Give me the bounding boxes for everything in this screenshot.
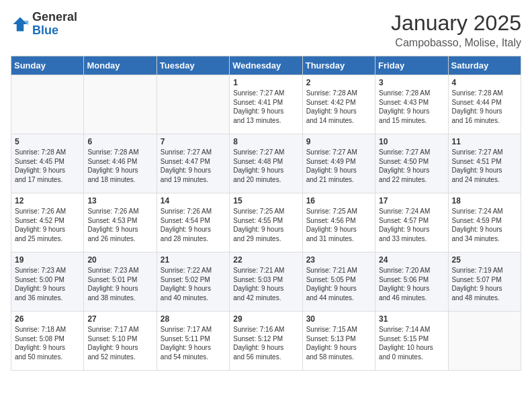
day-number: 2 xyxy=(306,78,371,87)
day-info: Sunrise: 7:27 AM Sunset: 4:49 PM Dayligh… xyxy=(306,148,371,184)
calendar-cell: 14Sunrise: 7:26 AM Sunset: 4:54 PM Dayli… xyxy=(157,193,229,253)
day-number: 11 xyxy=(452,137,517,146)
day-number: 4 xyxy=(452,78,517,87)
header: General Blue January 2025 Campobasso, Mo… xyxy=(11,11,521,49)
calendar-cell: 31Sunrise: 7:14 AM Sunset: 5:15 PM Dayli… xyxy=(375,312,448,371)
day-info: Sunrise: 7:21 AM Sunset: 5:05 PM Dayligh… xyxy=(306,266,371,302)
day-info: Sunrise: 7:21 AM Sunset: 5:03 PM Dayligh… xyxy=(233,266,298,302)
day-number: 30 xyxy=(306,314,371,324)
day-number: 7 xyxy=(161,137,226,146)
day-info: Sunrise: 7:16 AM Sunset: 5:12 PM Dayligh… xyxy=(233,325,298,361)
day-number: 20 xyxy=(87,255,152,265)
day-info: Sunrise: 7:14 AM Sunset: 5:15 PM Dayligh… xyxy=(379,325,444,361)
day-number: 29 xyxy=(233,314,298,324)
day-number: 8 xyxy=(233,137,298,146)
day-info: Sunrise: 7:28 AM Sunset: 4:45 PM Dayligh… xyxy=(15,148,80,184)
calendar-cell: 11Sunrise: 7:27 AM Sunset: 4:51 PM Dayli… xyxy=(448,134,521,193)
weekday-header-sunday: Sunday xyxy=(11,56,84,75)
day-number: 10 xyxy=(379,137,444,146)
calendar-cell: 22Sunrise: 7:21 AM Sunset: 5:03 PM Dayli… xyxy=(230,253,302,312)
day-info: Sunrise: 7:26 AM Sunset: 4:53 PM Dayligh… xyxy=(87,207,152,243)
calendar-cell: 27Sunrise: 7:17 AM Sunset: 5:10 PM Dayli… xyxy=(84,312,157,371)
calendar-cell: 29Sunrise: 7:16 AM Sunset: 5:12 PM Dayli… xyxy=(230,312,302,371)
logo: General Blue xyxy=(11,11,77,38)
calendar-cell: 1Sunrise: 7:27 AM Sunset: 4:41 PM Daylig… xyxy=(230,75,302,134)
calendar-cell: 3Sunrise: 7:28 AM Sunset: 4:43 PM Daylig… xyxy=(375,75,448,134)
calendar-cell: 6Sunrise: 7:28 AM Sunset: 4:46 PM Daylig… xyxy=(84,134,157,193)
calendar-cell: 20Sunrise: 7:23 AM Sunset: 5:01 PM Dayli… xyxy=(84,253,157,312)
day-info: Sunrise: 7:23 AM Sunset: 5:01 PM Dayligh… xyxy=(87,266,152,302)
day-info: Sunrise: 7:28 AM Sunset: 4:42 PM Dayligh… xyxy=(306,89,371,125)
calendar-cell: 8Sunrise: 7:27 AM Sunset: 4:48 PM Daylig… xyxy=(230,134,302,193)
logo-blue-text: Blue xyxy=(32,24,58,37)
day-number: 26 xyxy=(15,314,80,324)
day-info: Sunrise: 7:27 AM Sunset: 4:51 PM Dayligh… xyxy=(452,148,517,184)
day-number: 14 xyxy=(161,196,226,205)
day-number: 9 xyxy=(306,137,371,146)
weekday-header-tuesday: Tuesday xyxy=(157,56,229,75)
calendar-cell xyxy=(157,75,229,134)
day-info: Sunrise: 7:27 AM Sunset: 4:41 PM Dayligh… xyxy=(233,89,298,125)
calendar-cell xyxy=(11,75,84,134)
weekday-header-friday: Friday xyxy=(375,56,448,75)
day-info: Sunrise: 7:28 AM Sunset: 4:43 PM Dayligh… xyxy=(379,89,444,125)
calendar-cell: 5Sunrise: 7:28 AM Sunset: 4:45 PM Daylig… xyxy=(11,134,84,193)
calendar-cell: 16Sunrise: 7:25 AM Sunset: 4:56 PM Dayli… xyxy=(302,193,375,253)
week-row-1: 1Sunrise: 7:27 AM Sunset: 4:41 PM Daylig… xyxy=(11,75,521,134)
day-info: Sunrise: 7:26 AM Sunset: 4:54 PM Dayligh… xyxy=(161,207,226,243)
day-info: Sunrise: 7:24 AM Sunset: 4:57 PM Dayligh… xyxy=(379,207,444,243)
day-number: 25 xyxy=(452,255,517,265)
weekday-header-thursday: Thursday xyxy=(302,56,375,75)
day-info: Sunrise: 7:17 AM Sunset: 5:11 PM Dayligh… xyxy=(161,325,226,361)
day-number: 18 xyxy=(452,196,517,205)
day-number: 27 xyxy=(87,314,152,324)
day-info: Sunrise: 7:27 AM Sunset: 4:50 PM Dayligh… xyxy=(379,148,444,184)
calendar-cell: 25Sunrise: 7:19 AM Sunset: 5:07 PM Dayli… xyxy=(448,253,521,312)
calendar-cell: 30Sunrise: 7:15 AM Sunset: 5:13 PM Dayli… xyxy=(302,312,375,371)
day-number: 28 xyxy=(161,314,226,324)
weekday-header-monday: Monday xyxy=(84,56,157,75)
day-info: Sunrise: 7:18 AM Sunset: 5:08 PM Dayligh… xyxy=(15,325,80,361)
calendar-cell: 2Sunrise: 7:28 AM Sunset: 4:42 PM Daylig… xyxy=(302,75,375,134)
calendar-cell: 12Sunrise: 7:26 AM Sunset: 4:52 PM Dayli… xyxy=(11,193,84,253)
logo-text: General Blue xyxy=(32,11,77,38)
calendar-cell: 10Sunrise: 7:27 AM Sunset: 4:50 PM Dayli… xyxy=(375,134,448,193)
day-info: Sunrise: 7:25 AM Sunset: 4:55 PM Dayligh… xyxy=(233,207,298,243)
calendar-cell: 24Sunrise: 7:20 AM Sunset: 5:06 PM Dayli… xyxy=(375,253,448,312)
day-info: Sunrise: 7:26 AM Sunset: 4:52 PM Dayligh… xyxy=(15,207,80,243)
svg-marker-0 xyxy=(13,17,28,31)
day-info: Sunrise: 7:22 AM Sunset: 5:02 PM Dayligh… xyxy=(161,266,226,302)
day-number: 12 xyxy=(15,196,80,205)
calendar-subtitle: Campobasso, Molise, Italy xyxy=(391,37,521,49)
calendar-cell: 19Sunrise: 7:23 AM Sunset: 5:00 PM Dayli… xyxy=(11,253,84,312)
day-number: 6 xyxy=(87,137,152,146)
week-row-5: 26Sunrise: 7:18 AM Sunset: 5:08 PM Dayli… xyxy=(11,312,521,371)
calendar-title: January 2025 xyxy=(391,11,521,36)
day-info: Sunrise: 7:25 AM Sunset: 4:56 PM Dayligh… xyxy=(306,207,371,243)
day-info: Sunrise: 7:24 AM Sunset: 4:59 PM Dayligh… xyxy=(452,207,517,243)
calendar-cell: 28Sunrise: 7:17 AM Sunset: 5:11 PM Dayli… xyxy=(157,312,229,371)
calendar-cell xyxy=(84,75,157,134)
day-number: 23 xyxy=(306,255,371,265)
calendar-cell: 26Sunrise: 7:18 AM Sunset: 5:08 PM Dayli… xyxy=(11,312,84,371)
day-number: 16 xyxy=(306,196,371,205)
calendar-cell: 18Sunrise: 7:24 AM Sunset: 4:59 PM Dayli… xyxy=(448,193,521,253)
day-info: Sunrise: 7:19 AM Sunset: 5:07 PM Dayligh… xyxy=(452,266,517,302)
calendar-cell: 4Sunrise: 7:28 AM Sunset: 4:44 PM Daylig… xyxy=(448,75,521,134)
day-number: 22 xyxy=(233,255,298,265)
calendar-cell: 21Sunrise: 7:22 AM Sunset: 5:02 PM Dayli… xyxy=(157,253,229,312)
day-info: Sunrise: 7:23 AM Sunset: 5:00 PM Dayligh… xyxy=(15,266,80,302)
calendar-cell: 15Sunrise: 7:25 AM Sunset: 4:55 PM Dayli… xyxy=(230,193,302,253)
day-number: 24 xyxy=(379,255,444,265)
calendar-cell xyxy=(448,312,521,371)
title-block: January 2025 Campobasso, Molise, Italy xyxy=(391,11,521,49)
calendar-cell: 23Sunrise: 7:21 AM Sunset: 5:05 PM Dayli… xyxy=(302,253,375,312)
weekday-header-saturday: Saturday xyxy=(448,56,521,75)
week-row-3: 12Sunrise: 7:26 AM Sunset: 4:52 PM Dayli… xyxy=(11,193,521,253)
day-number: 21 xyxy=(161,255,226,265)
day-number: 5 xyxy=(15,137,80,146)
logo-icon xyxy=(11,15,30,34)
day-number: 17 xyxy=(379,196,444,205)
day-number: 31 xyxy=(379,314,444,324)
week-row-4: 19Sunrise: 7:23 AM Sunset: 5:00 PM Dayli… xyxy=(11,253,521,312)
